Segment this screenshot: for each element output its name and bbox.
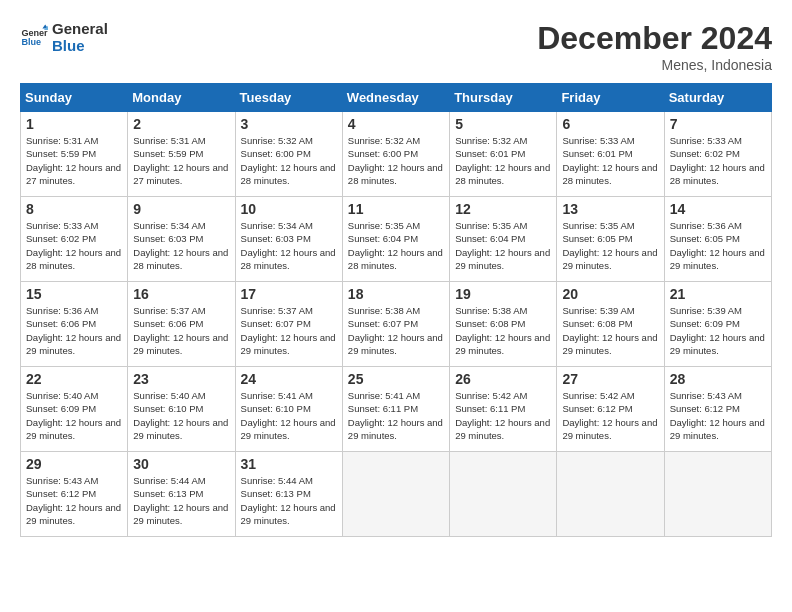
day-number: 2	[133, 116, 229, 132]
logo-general: General	[52, 20, 108, 37]
day-info: Sunrise: 5:37 AM Sunset: 6:06 PM Dayligh…	[133, 304, 229, 357]
day-number: 12	[455, 201, 551, 217]
calendar-cell: 2 Sunrise: 5:31 AM Sunset: 5:59 PM Dayli…	[128, 112, 235, 197]
calendar-cell: 28 Sunrise: 5:43 AM Sunset: 6:12 PM Dayl…	[664, 367, 771, 452]
day-info: Sunrise: 5:35 AM Sunset: 6:04 PM Dayligh…	[348, 219, 444, 272]
day-info: Sunrise: 5:34 AM Sunset: 6:03 PM Dayligh…	[241, 219, 337, 272]
col-header-wednesday: Wednesday	[342, 84, 449, 112]
calendar-week-2: 8 Sunrise: 5:33 AM Sunset: 6:02 PM Dayli…	[21, 197, 772, 282]
day-info: Sunrise: 5:39 AM Sunset: 6:08 PM Dayligh…	[562, 304, 658, 357]
calendar-cell: 6 Sunrise: 5:33 AM Sunset: 6:01 PM Dayli…	[557, 112, 664, 197]
calendar-cell: 17 Sunrise: 5:37 AM Sunset: 6:07 PM Dayl…	[235, 282, 342, 367]
calendar-cell	[342, 452, 449, 537]
calendar-cell	[450, 452, 557, 537]
location: Menes, Indonesia	[537, 57, 772, 73]
calendar-cell: 22 Sunrise: 5:40 AM Sunset: 6:09 PM Dayl…	[21, 367, 128, 452]
day-info: Sunrise: 5:43 AM Sunset: 6:12 PM Dayligh…	[670, 389, 766, 442]
calendar-cell: 30 Sunrise: 5:44 AM Sunset: 6:13 PM Dayl…	[128, 452, 235, 537]
day-number: 28	[670, 371, 766, 387]
calendar-cell: 4 Sunrise: 5:32 AM Sunset: 6:00 PM Dayli…	[342, 112, 449, 197]
calendar-cell: 31 Sunrise: 5:44 AM Sunset: 6:13 PM Dayl…	[235, 452, 342, 537]
calendar-cell: 11 Sunrise: 5:35 AM Sunset: 6:04 PM Dayl…	[342, 197, 449, 282]
day-info: Sunrise: 5:40 AM Sunset: 6:10 PM Dayligh…	[133, 389, 229, 442]
day-info: Sunrise: 5:37 AM Sunset: 6:07 PM Dayligh…	[241, 304, 337, 357]
day-number: 8	[26, 201, 122, 217]
day-number: 7	[670, 116, 766, 132]
month-title: December 2024	[537, 20, 772, 57]
calendar-header-row: SundayMondayTuesdayWednesdayThursdayFrid…	[21, 84, 772, 112]
day-number: 30	[133, 456, 229, 472]
day-info: Sunrise: 5:36 AM Sunset: 6:05 PM Dayligh…	[670, 219, 766, 272]
day-number: 6	[562, 116, 658, 132]
logo: General Blue General Blue	[20, 20, 108, 54]
col-header-monday: Monday	[128, 84, 235, 112]
day-info: Sunrise: 5:38 AM Sunset: 6:08 PM Dayligh…	[455, 304, 551, 357]
day-number: 17	[241, 286, 337, 302]
day-number: 31	[241, 456, 337, 472]
calendar-cell: 24 Sunrise: 5:41 AM Sunset: 6:10 PM Dayl…	[235, 367, 342, 452]
calendar-week-4: 22 Sunrise: 5:40 AM Sunset: 6:09 PM Dayl…	[21, 367, 772, 452]
day-info: Sunrise: 5:44 AM Sunset: 6:13 PM Dayligh…	[133, 474, 229, 527]
day-number: 1	[26, 116, 122, 132]
day-number: 9	[133, 201, 229, 217]
col-header-sunday: Sunday	[21, 84, 128, 112]
day-number: 19	[455, 286, 551, 302]
day-number: 22	[26, 371, 122, 387]
calendar-week-5: 29 Sunrise: 5:43 AM Sunset: 6:12 PM Dayl…	[21, 452, 772, 537]
calendar-cell: 13 Sunrise: 5:35 AM Sunset: 6:05 PM Dayl…	[557, 197, 664, 282]
day-number: 3	[241, 116, 337, 132]
calendar-week-1: 1 Sunrise: 5:31 AM Sunset: 5:59 PM Dayli…	[21, 112, 772, 197]
calendar-cell: 29 Sunrise: 5:43 AM Sunset: 6:12 PM Dayl…	[21, 452, 128, 537]
calendar-cell: 10 Sunrise: 5:34 AM Sunset: 6:03 PM Dayl…	[235, 197, 342, 282]
calendar-cell: 23 Sunrise: 5:40 AM Sunset: 6:10 PM Dayl…	[128, 367, 235, 452]
day-info: Sunrise: 5:38 AM Sunset: 6:07 PM Dayligh…	[348, 304, 444, 357]
col-header-thursday: Thursday	[450, 84, 557, 112]
calendar-cell: 1 Sunrise: 5:31 AM Sunset: 5:59 PM Dayli…	[21, 112, 128, 197]
day-info: Sunrise: 5:42 AM Sunset: 6:12 PM Dayligh…	[562, 389, 658, 442]
calendar-cell: 3 Sunrise: 5:32 AM Sunset: 6:00 PM Dayli…	[235, 112, 342, 197]
day-info: Sunrise: 5:33 AM Sunset: 6:02 PM Dayligh…	[26, 219, 122, 272]
day-info: Sunrise: 5:35 AM Sunset: 6:05 PM Dayligh…	[562, 219, 658, 272]
calendar-cell: 25 Sunrise: 5:41 AM Sunset: 6:11 PM Dayl…	[342, 367, 449, 452]
logo-blue: Blue	[52, 37, 108, 54]
day-info: Sunrise: 5:35 AM Sunset: 6:04 PM Dayligh…	[455, 219, 551, 272]
calendar-cell: 7 Sunrise: 5:33 AM Sunset: 6:02 PM Dayli…	[664, 112, 771, 197]
day-number: 20	[562, 286, 658, 302]
day-number: 18	[348, 286, 444, 302]
day-info: Sunrise: 5:41 AM Sunset: 6:10 PM Dayligh…	[241, 389, 337, 442]
day-number: 10	[241, 201, 337, 217]
calendar-cell: 20 Sunrise: 5:39 AM Sunset: 6:08 PM Dayl…	[557, 282, 664, 367]
day-info: Sunrise: 5:36 AM Sunset: 6:06 PM Dayligh…	[26, 304, 122, 357]
col-header-saturday: Saturday	[664, 84, 771, 112]
day-info: Sunrise: 5:31 AM Sunset: 5:59 PM Dayligh…	[133, 134, 229, 187]
calendar-cell: 9 Sunrise: 5:34 AM Sunset: 6:03 PM Dayli…	[128, 197, 235, 282]
calendar-cell: 26 Sunrise: 5:42 AM Sunset: 6:11 PM Dayl…	[450, 367, 557, 452]
day-info: Sunrise: 5:32 AM Sunset: 6:01 PM Dayligh…	[455, 134, 551, 187]
calendar-cell: 8 Sunrise: 5:33 AM Sunset: 6:02 PM Dayli…	[21, 197, 128, 282]
day-info: Sunrise: 5:40 AM Sunset: 6:09 PM Dayligh…	[26, 389, 122, 442]
day-number: 24	[241, 371, 337, 387]
day-info: Sunrise: 5:32 AM Sunset: 6:00 PM Dayligh…	[348, 134, 444, 187]
calendar-cell: 16 Sunrise: 5:37 AM Sunset: 6:06 PM Dayl…	[128, 282, 235, 367]
day-info: Sunrise: 5:33 AM Sunset: 6:01 PM Dayligh…	[562, 134, 658, 187]
day-info: Sunrise: 5:43 AM Sunset: 6:12 PM Dayligh…	[26, 474, 122, 527]
calendar-cell: 19 Sunrise: 5:38 AM Sunset: 6:08 PM Dayl…	[450, 282, 557, 367]
svg-text:Blue: Blue	[21, 37, 41, 47]
day-info: Sunrise: 5:42 AM Sunset: 6:11 PM Dayligh…	[455, 389, 551, 442]
calendar-cell: 27 Sunrise: 5:42 AM Sunset: 6:12 PM Dayl…	[557, 367, 664, 452]
calendar-week-3: 15 Sunrise: 5:36 AM Sunset: 6:06 PM Dayl…	[21, 282, 772, 367]
day-info: Sunrise: 5:32 AM Sunset: 6:00 PM Dayligh…	[241, 134, 337, 187]
day-number: 16	[133, 286, 229, 302]
day-number: 11	[348, 201, 444, 217]
day-number: 23	[133, 371, 229, 387]
title-block: December 2024 Menes, Indonesia	[537, 20, 772, 73]
day-info: Sunrise: 5:39 AM Sunset: 6:09 PM Dayligh…	[670, 304, 766, 357]
day-number: 29	[26, 456, 122, 472]
col-header-tuesday: Tuesday	[235, 84, 342, 112]
calendar-cell	[557, 452, 664, 537]
day-number: 26	[455, 371, 551, 387]
col-header-friday: Friday	[557, 84, 664, 112]
day-info: Sunrise: 5:31 AM Sunset: 5:59 PM Dayligh…	[26, 134, 122, 187]
day-number: 4	[348, 116, 444, 132]
day-number: 13	[562, 201, 658, 217]
